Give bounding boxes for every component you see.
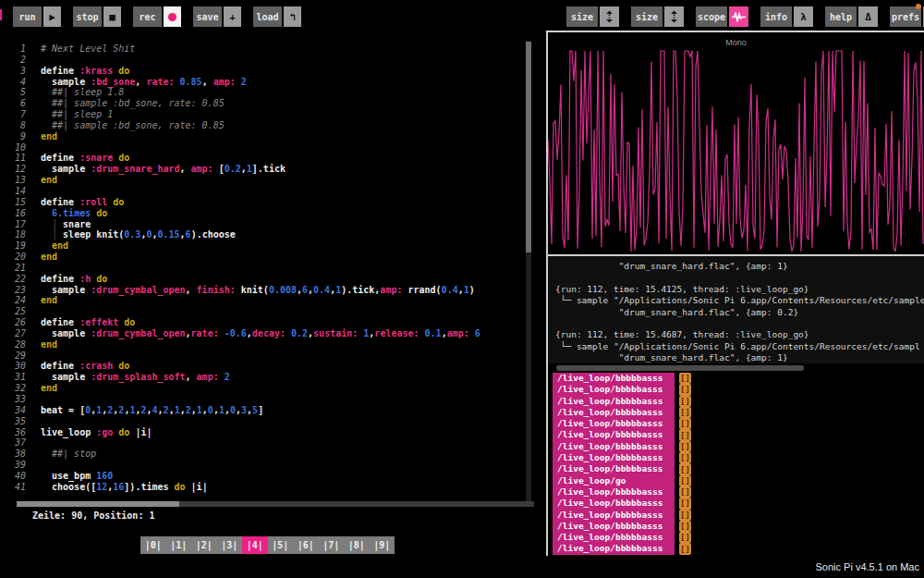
scrollbar-thumb[interactable] bbox=[526, 42, 531, 252]
save-button[interactable]: save+ bbox=[193, 6, 241, 27]
cue-args-badge: [] bbox=[679, 373, 691, 384]
code-line[interactable]: 39 bbox=[0, 460, 541, 471]
cue-address: /live_loop/bbbbbasss bbox=[553, 510, 675, 521]
right-column: Mono "drum_snare_hard.flac", {amp: 1} {r… bbox=[546, 31, 924, 556]
code-line[interactable]: 17 │ snare bbox=[0, 219, 541, 230]
code-line[interactable]: 37 bbox=[0, 437, 541, 449]
code-line[interactable]: 16 6.times do bbox=[0, 208, 541, 219]
cue-log-panel[interactable]: /live_loop/bbbbbasss[]/live_loop/bbbbbas… bbox=[548, 373, 924, 556]
scrollbar-thumb[interactable] bbox=[17, 501, 179, 507]
buffer-tab-6[interactable]: |6| bbox=[293, 536, 319, 554]
code-line[interactable]: 31 sample :drum_splash_soft, amp: 2 bbox=[0, 372, 541, 383]
code-line[interactable]: 22define :h do bbox=[0, 274, 541, 285]
code-line[interactable]: 5 ##| sleep 1.8 bbox=[0, 87, 541, 98]
run-button[interactable]: run▶ bbox=[13, 6, 61, 27]
rec-button[interactable]: rec bbox=[133, 6, 181, 27]
prefs-button[interactable]: prefsπ bbox=[890, 6, 924, 27]
code-text: use_bpm 160 bbox=[41, 471, 113, 482]
code-line[interactable]: 25 bbox=[0, 306, 541, 317]
buffer-tab-3[interactable]: |3| bbox=[217, 536, 243, 554]
help-button[interactable]: helpΔ bbox=[825, 6, 878, 27]
code-line[interactable]: 33 bbox=[0, 394, 541, 405]
cue-address: /live_loop/bbbbbasss bbox=[553, 429, 675, 440]
line-number: 24 bbox=[0, 295, 41, 306]
code-line[interactable]: 13end bbox=[0, 175, 541, 186]
code-text: sample :bd_sone, rate: 0.85, amp: 2 bbox=[41, 77, 247, 88]
code-line[interactable]: 21 bbox=[0, 263, 541, 274]
code-line[interactable]: 29 bbox=[0, 350, 541, 362]
code-line[interactable]: 11define :snare do bbox=[0, 153, 541, 164]
code-line[interactable]: 7 ##| sleep 1 bbox=[0, 109, 541, 120]
code-line[interactable]: 28end bbox=[0, 339, 541, 350]
code-line[interactable]: 10 bbox=[0, 142, 541, 154]
log-panel[interactable]: "drum_snare_hard.flac", {amp: 1} {run: 1… bbox=[548, 254, 924, 363]
cue-log-row: /live_loop/bbbbbasss[] bbox=[553, 543, 924, 554]
code-line[interactable]: 12 sample :drum_snare_hard, amp: [0.2,1]… bbox=[0, 164, 541, 175]
log-line: └─ sample "/Applications/Sonic Pi 6.app/… bbox=[555, 295, 924, 306]
code-line[interactable]: 41 choose([12,16]).times do |i| bbox=[0, 482, 541, 493]
buffer-tab-1[interactable]: |1| bbox=[166, 536, 192, 554]
code-text: end bbox=[41, 339, 57, 350]
stop-button-label: stop bbox=[73, 6, 102, 27]
size-button[interactable]: size bbox=[631, 6, 684, 27]
code-line[interactable]: 6 ##| sample :bd_sone, rate: 0.85 bbox=[0, 98, 541, 109]
code-text: end bbox=[41, 295, 57, 306]
buffer-tab-0[interactable]: |0| bbox=[140, 536, 166, 554]
code-line[interactable]: 8 ##| sample :bd_sone, rate: 0.85 bbox=[0, 120, 541, 131]
code-line[interactable]: 18 │ sleep knit(0.3,0,0.15,6).choose bbox=[0, 229, 541, 240]
log-horizontal-scrollbar[interactable] bbox=[556, 365, 804, 371]
line-number: 20 bbox=[0, 252, 41, 263]
cue-log-row: /live_loop/bbbbbasss[] bbox=[553, 373, 924, 384]
stop-icon: ■ bbox=[103, 6, 121, 27]
cue-args-badge: [] bbox=[679, 475, 691, 486]
cue-args-badge: [] bbox=[679, 532, 691, 543]
code-text: end bbox=[41, 131, 57, 142]
buffer-tab-4[interactable]: |4| bbox=[242, 536, 268, 554]
info-button[interactable]: infoλ bbox=[760, 6, 813, 27]
load-button[interactable]: load↰ bbox=[253, 6, 301, 27]
cue-log-row: /live_loop/bbbbbasss[] bbox=[553, 384, 924, 395]
size-button[interactable]: size bbox=[566, 6, 619, 27]
rec-icon bbox=[164, 6, 181, 27]
code-line[interactable]: 35 bbox=[0, 416, 541, 427]
code-line[interactable]: 36live_loop :go do |i| bbox=[0, 427, 541, 438]
code-line[interactable]: 4 sample :bd_sone, rate: 0.85, amp: 2 bbox=[0, 77, 541, 88]
buffer-tab-2[interactable]: |2| bbox=[191, 536, 217, 554]
cue-args-badge: [] bbox=[679, 429, 691, 440]
code-text: 6.times do bbox=[41, 208, 107, 219]
scope-button[interactable]: scope bbox=[696, 6, 748, 27]
code-line[interactable]: 3define :krass do bbox=[0, 66, 541, 77]
code-line[interactable]: 38 ##| stop bbox=[0, 449, 541, 460]
buffer-tab-9[interactable]: |9| bbox=[370, 536, 395, 554]
cue-address: /live_loop/bbbbbasss bbox=[553, 452, 675, 463]
code-text: ##| sample :bd_sone, rate: 0.85 bbox=[41, 120, 225, 131]
stop-button[interactable]: stop■ bbox=[73, 6, 121, 27]
load-button-label: load bbox=[253, 6, 282, 27]
code-line[interactable]: 30define :crash do bbox=[0, 361, 541, 372]
buffer-tab-7[interactable]: |7| bbox=[319, 536, 345, 554]
code-line[interactable]: 24end bbox=[0, 295, 541, 306]
code-line[interactable]: 1# Next Level Shit bbox=[0, 43, 541, 55]
code-line[interactable]: 9end bbox=[0, 131, 541, 142]
code-line[interactable]: 23 sample :drum_cymbal_open, finish: kni… bbox=[0, 285, 541, 296]
code-line[interactable]: 40 use_bpm 160 bbox=[0, 471, 541, 482]
editor-vertical-scrollbar[interactable] bbox=[526, 42, 531, 502]
code-line[interactable]: 14 bbox=[0, 186, 541, 197]
editor-horizontal-scrollbar[interactable] bbox=[17, 501, 534, 507]
code-editor[interactable]: 1# Next Level Shit23define :krass do4 sa… bbox=[0, 43, 541, 498]
line-number: 36 bbox=[0, 427, 41, 438]
code-line[interactable]: 2 bbox=[0, 55, 541, 66]
buffer-tab-8[interactable]: |8| bbox=[344, 536, 370, 554]
code-line[interactable]: 27 sample :drum_cymbal_open,rate: -0.6,d… bbox=[0, 328, 541, 339]
code-line[interactable]: 20end bbox=[0, 252, 541, 263]
code-line[interactable]: 34beat = [0,1,2,2,1,2,4,2,1,2,1,0,1,0,3,… bbox=[0, 405, 541, 416]
cue-log-row: /live_loop/bbbbbasss[] bbox=[553, 510, 924, 521]
cue-address: /live_loop/go bbox=[553, 475, 675, 486]
buffer-tab-5[interactable]: |5| bbox=[268, 536, 294, 554]
line-number: 30 bbox=[0, 361, 41, 372]
code-line[interactable]: 32end bbox=[0, 383, 541, 394]
code-line[interactable]: 26define :effekt do bbox=[0, 317, 541, 328]
code-line[interactable]: 19 end bbox=[0, 240, 541, 252]
code-line[interactable]: 15define :roll do bbox=[0, 197, 541, 208]
cue-address: /live_loop/bbbbbasss bbox=[553, 532, 675, 543]
